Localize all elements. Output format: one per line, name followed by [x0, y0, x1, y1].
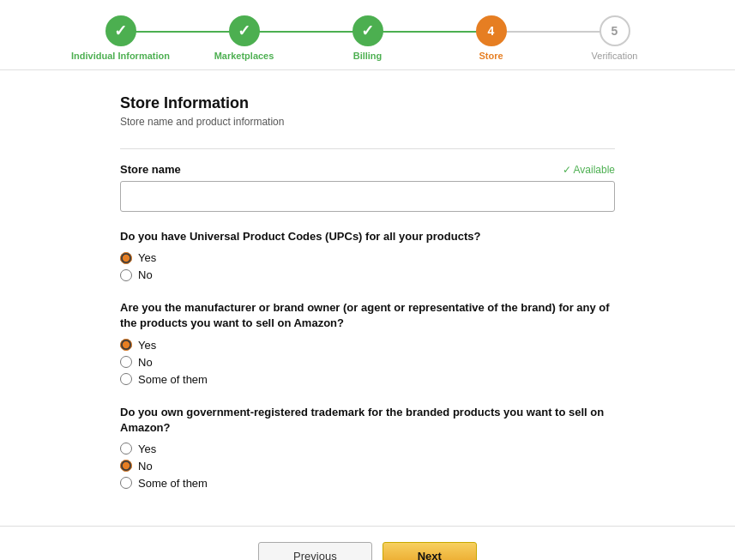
- trademark-no-option[interactable]: No: [120, 460, 615, 473]
- trademark-no-radio[interactable]: [120, 460, 132, 472]
- upc-question-text: Do you have Universal Product Codes (UPC…: [120, 229, 615, 244]
- step-label-billing: Billing: [353, 51, 383, 61]
- step-label-marketplaces: Marketplaces: [214, 51, 274, 61]
- store-name-group: Store name ✓ Available: [120, 163, 615, 212]
- manufacturer-some-radio[interactable]: [120, 373, 132, 385]
- trademark-question-text: Do you own government-registered tradema…: [120, 405, 615, 436]
- store-name-label: Store name: [120, 163, 181, 176]
- section-subtitle: Store name and product information: [120, 116, 615, 128]
- step-label-store: Store: [479, 51, 503, 61]
- step-store: 4Store: [430, 15, 553, 61]
- footer: Previous Next: [0, 526, 735, 560]
- upc-no-label[interactable]: No: [138, 268, 153, 281]
- progress-bar: ✓Individual Information✓Marketplaces✓Bil…: [0, 0, 735, 70]
- manufacturer-question-group: Are you the manufacturer or brand owner …: [120, 300, 615, 385]
- step-individual-information: ✓Individual Information: [59, 15, 183, 61]
- step-label-verification: Verification: [592, 51, 638, 61]
- manufacturer-some-label[interactable]: Some of them: [138, 373, 208, 386]
- upc-yes-option[interactable]: Yes: [120, 251, 615, 264]
- step-circle-individual-information: ✓: [105, 15, 136, 46]
- step-circle-store: 4: [476, 15, 507, 46]
- trademark-yes-option[interactable]: Yes: [120, 443, 615, 455]
- step-marketplaces: ✓Marketplaces: [183, 15, 306, 61]
- trademark-some-radio[interactable]: [120, 477, 132, 489]
- manufacturer-yes-option[interactable]: Yes: [120, 339, 615, 352]
- manufacturer-no-radio[interactable]: [120, 356, 132, 368]
- manufacturer-no-label[interactable]: No: [138, 356, 153, 369]
- trademark-no-label[interactable]: No: [138, 460, 153, 473]
- upc-yes-radio[interactable]: [120, 252, 132, 264]
- trademark-some-option[interactable]: Some of them: [120, 477, 615, 490]
- manufacturer-question-text: Are you the manufacturer or brand owner …: [120, 300, 615, 331]
- main-content: Store Information Store name and product…: [0, 70, 735, 526]
- trademark-yes-label[interactable]: Yes: [138, 443, 156, 455]
- upc-no-radio[interactable]: [120, 269, 132, 281]
- next-button[interactable]: Next: [383, 542, 477, 560]
- step-verification: 5Verification: [553, 15, 677, 61]
- step-circle-billing: ✓: [352, 15, 383, 46]
- upc-no-option[interactable]: No: [120, 268, 615, 281]
- manufacturer-yes-radio[interactable]: [120, 339, 132, 351]
- step-circle-marketplaces: ✓: [229, 15, 260, 46]
- step-label-individual-information: Individual Information: [71, 51, 170, 61]
- store-name-input[interactable]: [120, 181, 615, 212]
- availability-badge: ✓ Available: [563, 164, 615, 176]
- previous-button[interactable]: Previous: [258, 542, 372, 560]
- manufacturer-yes-label[interactable]: Yes: [138, 339, 156, 352]
- section-title: Store Information: [120, 94, 615, 112]
- store-name-label-row: Store name ✓ Available: [120, 163, 615, 176]
- trademark-some-label[interactable]: Some of them: [138, 477, 208, 490]
- upc-yes-label[interactable]: Yes: [138, 251, 156, 264]
- upc-question-group: Do you have Universal Product Codes (UPC…: [120, 229, 615, 281]
- manufacturer-no-option[interactable]: No: [120, 356, 615, 369]
- trademark-yes-radio[interactable]: [120, 443, 132, 455]
- manufacturer-some-option[interactable]: Some of them: [120, 373, 615, 386]
- trademark-question-group: Do you own government-registered tradema…: [120, 405, 615, 490]
- step-billing: ✓Billing: [306, 15, 430, 61]
- step-circle-verification: 5: [599, 15, 630, 46]
